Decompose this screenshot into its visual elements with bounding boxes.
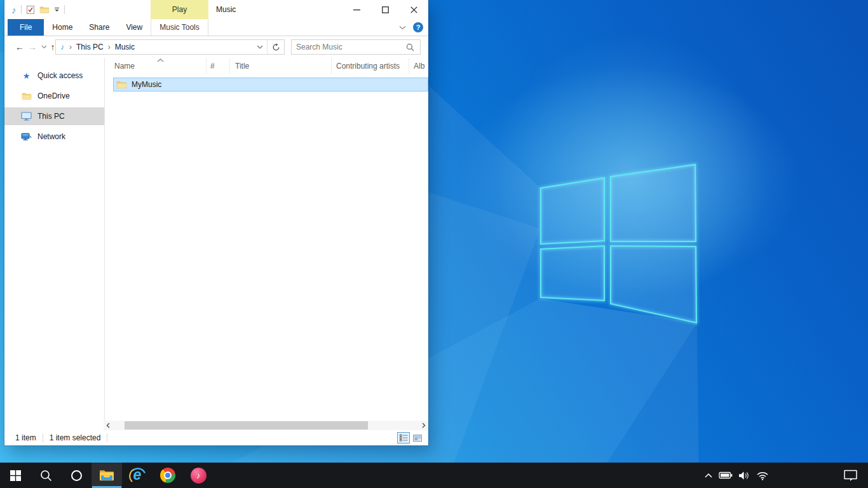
- taskbar-search-button[interactable]: [31, 463, 61, 488]
- chrome-button[interactable]: [153, 463, 183, 488]
- show-hidden-icons-button[interactable]: [704, 473, 713, 478]
- dropdown-caret-icon: [54, 7, 60, 12]
- logo-pane-bottom-right: [611, 246, 696, 323]
- sidebar-item-onedrive[interactable]: OneDrive: [4, 87, 104, 105]
- tab-file[interactable]: File: [8, 19, 44, 36]
- close-button[interactable]: [400, 0, 428, 19]
- logo-pane-top-right: [611, 165, 696, 241]
- speaker-icon: [738, 471, 750, 480]
- maximize-button[interactable]: [371, 0, 400, 19]
- action-center-button[interactable]: [836, 463, 864, 488]
- contextual-tab-play[interactable]: Play: [151, 0, 208, 19]
- customize-qat-dropdown[interactable]: [54, 3, 60, 17]
- scroll-left-button[interactable]: [104, 421, 112, 430]
- location-music-icon[interactable]: ♪: [56, 43, 66, 51]
- column-label: Contributing artists: [336, 62, 400, 71]
- start-button[interactable]: [0, 463, 31, 488]
- volume-tray-icon[interactable]: [738, 471, 750, 480]
- separator: [107, 433, 107, 442]
- cortana-button[interactable]: [61, 463, 92, 488]
- itunes-button[interactable]: ♪: [183, 463, 214, 488]
- folder-icon: [116, 81, 127, 89]
- tab-music-tools[interactable]: Music Tools: [151, 19, 208, 36]
- navigation-pane: ★ Quick access OneDrive: [4, 58, 105, 421]
- column-header-contributing-artists[interactable]: Contributing artists: [332, 58, 409, 74]
- column-label: Alb: [414, 62, 424, 71]
- large-icons-view-button[interactable]: [411, 432, 424, 444]
- chevron-down-icon: [257, 45, 263, 49]
- navigation-toolbar: ← → ↑ ♪ › This PC › Music: [4, 36, 428, 58]
- minimize-button[interactable]: [342, 0, 371, 19]
- ribbon-right-controls: ?: [399, 19, 423, 36]
- address-dropdown-button[interactable]: [253, 40, 267, 54]
- properties-button[interactable]: [26, 3, 35, 17]
- expand-ribbon-chevron[interactable]: [399, 23, 406, 32]
- column-header-name[interactable]: Name: [105, 58, 207, 74]
- separator: [21, 5, 22, 14]
- taskbar-file-explorer-button[interactable]: [92, 463, 122, 488]
- tab-view[interactable]: View: [118, 19, 151, 36]
- quick-access-star-icon: ★: [21, 72, 32, 80]
- breadcrumb-separator: ›: [66, 43, 75, 51]
- selection-count: 1 item selected: [50, 433, 101, 442]
- search-input[interactable]: [292, 43, 406, 51]
- window-controls: [342, 0, 428, 19]
- itunes-icon: ♪: [191, 468, 207, 484]
- system-tray: [704, 463, 769, 488]
- column-header-album[interactable]: Alb: [409, 58, 428, 74]
- onedrive-folder-icon: [21, 92, 32, 100]
- chrome-icon: [160, 468, 175, 483]
- new-folder-button[interactable]: [39, 3, 50, 17]
- sidebar-item-network[interactable]: Network: [4, 128, 104, 146]
- titlebar: ♪: [4, 0, 428, 19]
- sidebar-item-quick-access[interactable]: ★ Quick access: [4, 67, 104, 85]
- details-view-button[interactable]: [397, 432, 410, 444]
- minimize-icon: [353, 6, 360, 13]
- view-toggles: [397, 432, 424, 444]
- network-icon: [21, 132, 32, 141]
- sidebar-item-label: Network: [37, 132, 65, 141]
- wifi-tray-icon[interactable]: [756, 471, 769, 480]
- breadcrumb-separator: ›: [105, 43, 114, 51]
- column-header-number[interactable]: #: [207, 58, 230, 74]
- internet-explorer-button[interactable]: e: [122, 463, 153, 488]
- search-icon: [406, 43, 414, 51]
- tab-share[interactable]: Share: [81, 19, 118, 36]
- ie-ring-icon: [129, 467, 146, 484]
- scrollbar-track[interactable]: [112, 421, 419, 430]
- battery-tray-icon[interactable]: [719, 471, 733, 480]
- breadcrumb-this-pc[interactable]: This PC: [75, 43, 105, 51]
- scrollbar-thumb[interactable]: [125, 421, 368, 430]
- properties-icon: [26, 5, 35, 15]
- chevron-up-icon: [704, 473, 713, 478]
- music-note-window-icon[interactable]: ♪: [11, 5, 17, 15]
- separator: [43, 433, 43, 442]
- breadcrumb-music[interactable]: Music: [114, 43, 136, 51]
- ribbon-tab-bar: File Home Share View Music Tools ?: [4, 19, 428, 36]
- horizontal-scrollbar: [104, 421, 428, 430]
- column-header-title[interactable]: Title: [230, 58, 332, 74]
- tab-home[interactable]: Home: [44, 19, 81, 36]
- desktop: ♪: [0, 0, 868, 488]
- this-pc-monitor-icon: [21, 112, 32, 121]
- forward-button[interactable]: →: [26, 40, 39, 54]
- separator: [64, 5, 65, 14]
- sidebar-item-label: This PC: [37, 112, 65, 121]
- back-button[interactable]: ←: [13, 40, 27, 54]
- item-count: 1 item: [15, 433, 36, 442]
- help-button[interactable]: ?: [413, 22, 423, 32]
- chevron-right-icon: [422, 423, 426, 428]
- chevron-down-icon: [399, 25, 406, 30]
- scroll-right-button[interactable]: [419, 421, 428, 430]
- thumbnail-view-icon: [413, 435, 422, 442]
- details-view-icon: [400, 434, 408, 442]
- file-explorer-window: ♪: [4, 0, 428, 445]
- close-icon: [410, 6, 417, 13]
- refresh-button[interactable]: [267, 40, 284, 54]
- file-row-mymusic[interactable]: MyMusic: [113, 78, 428, 92]
- sort-ascending-icon: [157, 58, 164, 62]
- window-title: Music: [216, 0, 236, 19]
- search-box: [291, 39, 421, 55]
- sidebar-item-this-pc[interactable]: This PC: [4, 107, 104, 125]
- address-bar[interactable]: ♪ › This PC › Music: [55, 39, 285, 55]
